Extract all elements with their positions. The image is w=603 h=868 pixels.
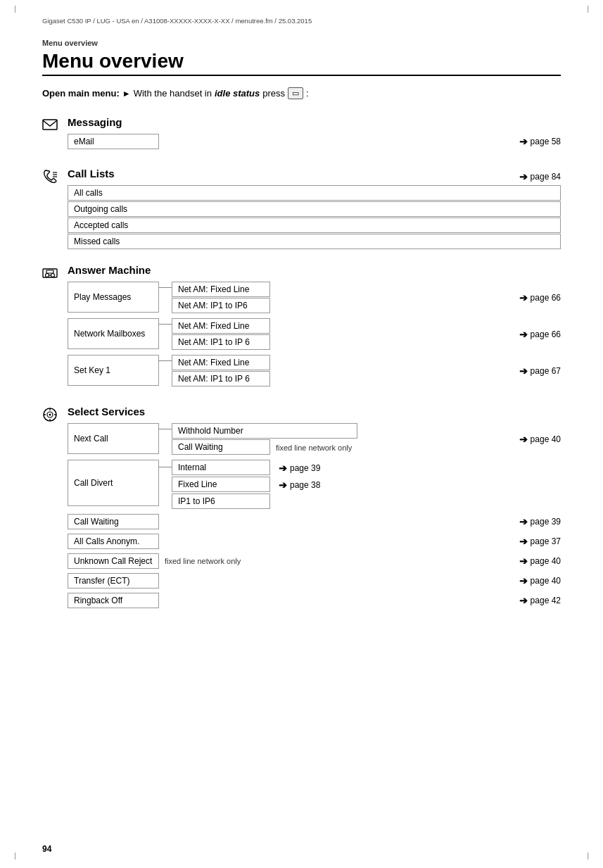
set-key-subs: Net AM: Fixed Line Net AM: IP1 to IP 6	[172, 355, 270, 387]
set-key-sub-1: Net AM: Fixed Line	[172, 355, 270, 370]
accepted-calls-item: Accepted calls	[68, 218, 561, 233]
svg-point-6	[51, 274, 55, 277]
page-arrow-icon: ➔	[519, 171, 528, 182]
call-lists-heading: Call Lists	[68, 168, 511, 180]
ringback-off-page-ref: ➔ page 42	[511, 595, 561, 606]
call-lists-body: Call Lists ➔ page 84 All calls Outgoing …	[68, 168, 561, 250]
page-arrow-icon: ➔	[519, 536, 528, 547]
messaging-body: Messaging eMail ➔ page 58	[68, 116, 561, 153]
network-mailboxes-row: Network Mailboxes Net AM: Fixed Line Net…	[68, 318, 561, 351]
missed-calls-item: Missed calls	[68, 234, 561, 249]
next-call-sub-2: Call Waiting	[172, 439, 270, 455]
page-arrow-icon: ➔	[519, 555, 528, 567]
call-divert-page-ref-2: ➔ page 38	[270, 479, 320, 491]
open-menu-instruction: Open main menu: ► With the handset in id…	[42, 87, 561, 99]
next-call-sub-1: Withhold Number	[172, 423, 357, 439]
set-key-row: Set Key 1 Net AM: Fixed Line Net AM: IP1…	[68, 355, 561, 387]
bottom-reg-right: |	[587, 851, 589, 860]
network-mailboxes-sub-1: Net AM: Fixed Line	[172, 318, 270, 334]
set-key-page-ref-text: page 67	[531, 366, 561, 376]
next-call-row: Next Call Withhold Number Call Waiting f…	[68, 423, 561, 455]
page-arrow-icon: ➔	[519, 575, 528, 586]
set-key-page-ref: ➔ page 67	[511, 365, 561, 377]
answer-machine-section: Answer Machine Play Messages Net AM: Fix…	[42, 264, 561, 391]
call-divert-page-ref-1-text: page 39	[290, 463, 320, 473]
set-key-sub-2: Net AM: IP1 to IP 6	[172, 371, 270, 386]
page-header: Gigaset C530 IP / LUG - USA en / A31008-…	[0, 13, 603, 25]
arrow-icon: ►	[122, 89, 131, 99]
answer-machine-body: Answer Machine Play Messages Net AM: Fix…	[68, 264, 561, 391]
all-calls-anonym-page-ref: ➔ page 37	[511, 536, 561, 547]
page-arrow-icon: ➔	[519, 292, 528, 303]
open-menu-label-text: Open main menu:	[42, 88, 120, 99]
play-messages-cell: Play Messages	[68, 282, 159, 313]
call-divert-page-ref-1: ➔ page 39	[270, 463, 320, 474]
side-template-text: Template Borneo, Version 1, 21.06.2012	[0, 524, 152, 637]
call-lists-section: Call Lists ➔ page 84 All calls Outgoing …	[42, 168, 561, 250]
messaging-email-row: eMail ➔ page 58	[68, 134, 561, 149]
svg-rect-0	[43, 120, 57, 130]
page-arrow-icon: ➔	[519, 595, 528, 606]
open-menu-label: Open main menu:	[42, 88, 120, 99]
page-arrow-icon: ➔	[519, 516, 528, 527]
next-call-page-ref-text: page 40	[531, 434, 561, 444]
services-icon	[42, 407, 58, 422]
set-key-cell: Set Key 1	[68, 355, 159, 386]
unknown-call-reject-page-ref: ➔ page 40	[511, 555, 561, 567]
select-services-icon	[42, 405, 68, 422]
svg-point-5	[46, 274, 49, 277]
network-mailboxes-subs: Net AM: Fixed Line Net AM: IP1 to IP 6	[172, 318, 270, 351]
page-arrow-icon: ➔	[279, 479, 287, 491]
call-lists-page-ref: ➔ page 84	[511, 171, 561, 182]
email-cell: eMail	[68, 134, 159, 149]
messaging-page-ref: ➔ page 58	[511, 136, 561, 147]
svg-point-11	[49, 414, 51, 416]
select-services-heading: Select Services	[68, 405, 561, 417]
network-mailboxes-page-ref: ➔ page 66	[511, 329, 561, 340]
network-mailboxes-page-ref-text: page 66	[531, 329, 561, 339]
menu-key-icon: ▭	[288, 87, 303, 99]
reg-mark-right: |	[587, 4, 589, 13]
play-messages-row: Play Messages Net AM: Fixed Line Net AM:…	[68, 282, 561, 314]
network-mailboxes-cell: Network Mailboxes	[68, 318, 159, 349]
call-waiting-page-ref-text: page 39	[531, 517, 561, 527]
messaging-page-ref-text: page 58	[531, 137, 561, 146]
answer-machine-icon	[42, 264, 68, 281]
open-menu-desc: With the handset in	[134, 88, 212, 99]
transfer-ect-page-ref: ➔ page 40	[511, 575, 561, 586]
play-messages-sub-2: Net AM: IP1 to IP6	[172, 298, 270, 313]
call-lists-page-ref-text: page 84	[531, 172, 561, 182]
phone-list-icon	[42, 169, 58, 184]
transfer-ect-page-ref-text: page 40	[531, 576, 561, 586]
network-mailboxes-sub-2: Net AM: IP1 to IP 6	[172, 334, 270, 350]
messaging-heading: Messaging	[68, 116, 561, 128]
bottom-reg-left: |	[14, 851, 16, 860]
call-divert-page-ref-2-text: page 38	[290, 480, 320, 490]
call-divert-row: Call Divert Internal ➔ page 39 Fixed Lin…	[68, 460, 561, 510]
header-text: Gigaset C530 IP / LUG - USA en / A31008-…	[42, 17, 312, 25]
unknown-call-reject-note: fixed line network only	[159, 554, 246, 568]
registration-marks: | |	[0, 0, 603, 13]
play-messages-subs: Net AM: Fixed Line Net AM: IP1 to IP6	[172, 282, 270, 314]
svg-rect-8	[46, 270, 53, 273]
all-calls-item: All calls	[68, 185, 561, 201]
outgoing-calls-item: Outgoing calls	[68, 201, 561, 217]
all-calls-anonym-page-ref-text: page 37	[531, 536, 561, 546]
play-messages-sub-1: Net AM: Fixed Line	[172, 282, 270, 297]
next-call-subs: Withhold Number Call Waiting fixed line …	[172, 423, 357, 455]
envelope-icon	[42, 118, 58, 133]
page-arrow-icon: ➔	[519, 434, 528, 445]
answer-machine-heading: Answer Machine	[68, 264, 561, 276]
play-messages-page-ref: ➔ page 66	[511, 292, 561, 303]
page-title: Menu overview	[42, 50, 561, 76]
messaging-section: Messaging eMail ➔ page 58	[42, 116, 561, 153]
call-lists-items: All calls Outgoing calls Accepted calls …	[68, 185, 561, 250]
reg-mark-left: |	[14, 4, 16, 13]
call-divert-sub-1: Internal	[172, 460, 270, 475]
call-divert-subs: Internal ➔ page 39 Fixed Line ➔ page 38	[172, 460, 320, 510]
page-arrow-icon: ➔	[279, 463, 287, 474]
page-arrow-icon: ➔	[519, 329, 528, 340]
unknown-call-reject-page-ref-text: page 40	[531, 556, 561, 566]
call-lists-icon	[42, 168, 68, 184]
messaging-icon	[42, 116, 68, 133]
